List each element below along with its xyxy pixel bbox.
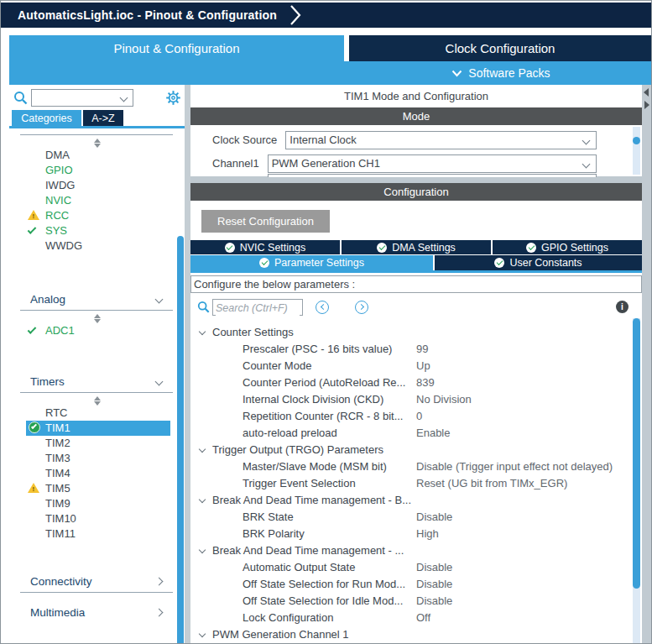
mode-select[interactable]: Internal Clock [285, 131, 597, 149]
section-analog[interactable]: Analog [9, 291, 185, 308]
parameter-value[interactable]: Disable [416, 509, 452, 526]
parameter-row[interactable]: Master/Slave Mode (MSM bit) Disable (Tri… [190, 458, 642, 475]
parameter-row[interactable]: Automatic Output State Disable [190, 559, 642, 576]
gear-icon[interactable] [165, 90, 181, 106]
mode-scrollbar-thumb[interactable] [633, 137, 640, 144]
parameter-value[interactable]: 0 [416, 408, 422, 425]
find-previous-button[interactable] [316, 301, 329, 314]
sidebar-search-combobox[interactable] [31, 89, 133, 107]
tree-item[interactable]: ! GPIO [9, 163, 185, 178]
parameter-row[interactable]: Break And Dead Time management - ... [190, 542, 642, 559]
info-icon[interactable]: i [616, 301, 629, 313]
sort-handle[interactable] [9, 311, 185, 323]
tree-item[interactable]: ! TIM2 [9, 436, 185, 451]
parameter-row[interactable]: Trigger Output (TRGO) Parameters [190, 442, 642, 458]
parameter-search-input[interactable] [216, 301, 300, 316]
parameters-scrollbar[interactable] [633, 318, 640, 643]
tab-parameter-settings[interactable]: Parameter Settings [190, 255, 433, 270]
parameter-value[interactable]: Disable (Trigger input effect not delaye… [416, 458, 613, 475]
tree-item[interactable]: ! TIM1 [26, 421, 170, 436]
parameter-row[interactable]: auto-reload preload Enable [190, 425, 642, 442]
mode-and-configuration-panel: TIM1 Mode and Configuration Mode Clock S… [190, 85, 642, 643]
tree-item[interactable]: ! TIM10 [9, 511, 185, 526]
parameter-row[interactable]: BRK State Disable [190, 509, 642, 526]
tree-item[interactable]: ! TIM5 [9, 481, 185, 496]
parameter-row[interactable]: Counter Settings [190, 324, 642, 341]
parameter-value[interactable]: Reset (UG bit from TIMx_EGR) [416, 475, 567, 492]
sort-handle[interactable] [9, 393, 185, 406]
tree-item[interactable]: ! DMA [9, 148, 185, 163]
sidebar-tabs: Categories A->Z [9, 110, 185, 126]
parameter-value[interactable]: Off [416, 610, 430, 626]
section-connectivity[interactable]: Connectivity [9, 573, 185, 590]
tree-item[interactable]: ! RCC [9, 208, 185, 223]
tab-user-constants[interactable]: User Constants [435, 255, 642, 270]
parameter-value[interactable]: Up [416, 358, 430, 374]
section-timers[interactable]: Timers [9, 374, 185, 390]
software-packs-menu[interactable]: Software Packs [349, 61, 652, 85]
tree-item[interactable]: ! RTC [9, 406, 185, 421]
parameter-value[interactable]: Enable [416, 425, 450, 442]
tree-item[interactable]: ! SYS [9, 223, 185, 238]
search-icon [197, 301, 210, 313]
tab-a-to-z[interactable]: A->Z [83, 110, 123, 126]
parameter-row[interactable]: Prescaler (PSC - 16 bits value) 99 [190, 341, 642, 358]
parameter-row[interactable]: PWM Generation Channel 1 [190, 626, 642, 643]
sort-handle[interactable] [9, 135, 185, 148]
parameters-scrollbar-thumb[interactable] [633, 318, 640, 589]
mode-select-value: PWM Generation CH1 [272, 157, 380, 170]
parameter-row[interactable]: Lock Configuration Off [190, 610, 642, 626]
chevron-down-icon [582, 160, 591, 168]
parameter-value[interactable]: No Division [416, 391, 472, 408]
tree-item[interactable]: ! TIM3 [9, 451, 185, 466]
collapse-right-icon[interactable] [644, 101, 649, 109]
configuration-section-header: Configuration [190, 183, 642, 201]
tree-item[interactable]: ! TIM11 [9, 526, 185, 542]
mode-select[interactable]: PWM Generation CH1 [268, 154, 597, 173]
tab-categories[interactable]: Categories [12, 110, 81, 126]
tree-item[interactable]: ! TIM4 [9, 466, 185, 481]
config-tab[interactable]: DMA Settings [342, 240, 491, 254]
parameter-row[interactable]: Counter Mode Up [190, 358, 642, 374]
parameter-row[interactable]: Off State Selection for Idle Mod... Disa… [190, 593, 642, 610]
parameter-value[interactable]: Disable [416, 559, 452, 576]
parameter-value[interactable]: 99 [416, 341, 428, 358]
find-next-button[interactable] [355, 301, 368, 314]
tree-item[interactable]: ! WWDG [9, 238, 185, 254]
tree-item[interactable]: ! ADC1 [9, 323, 185, 338]
parameter-row[interactable]: Repetition Counter (RCR - 8 bit... 0 [190, 408, 642, 425]
tree-item-label: IWDG [45, 179, 75, 191]
parameter-label: Break And Dead Time management - B... [212, 492, 411, 509]
parameter-row[interactable]: Off State Selection for Run Mod... Disab… [190, 576, 642, 593]
tree-item[interactable]: ! NVIC [9, 193, 185, 208]
section-multimedia[interactable]: Multimedia [9, 605, 185, 621]
parameter-value[interactable]: Disable [416, 576, 452, 593]
chevron-down-icon [155, 378, 164, 386]
mode-scrollbar[interactable] [633, 127, 640, 175]
mode-config-splitter[interactable] [190, 176, 642, 183]
parameter-row[interactable]: Break And Dead Time management - B... [190, 492, 642, 509]
sidebar-scrollbar[interactable] [177, 236, 184, 644]
config-tab[interactable]: NVIC Settings [190, 240, 340, 254]
tab-clock-configuration[interactable]: Clock Configuration [349, 35, 651, 61]
parameter-value[interactable]: 839 [416, 374, 435, 391]
active-tab-underline [190, 270, 642, 273]
tree-item-label: WWDG [45, 239, 82, 252]
parameter-row[interactable]: Internal Clock Division (CKD) No Divisio… [190, 391, 642, 408]
parameter-value[interactable]: Disable [416, 593, 452, 610]
panel-splitter[interactable] [185, 85, 190, 643]
reset-configuration-button[interactable]: Reset Configuration [201, 210, 330, 233]
tree-item[interactable]: ! IWDG [9, 178, 185, 193]
parameter-value[interactable]: High [416, 526, 439, 542]
peripherals-sidebar: Categories A->Z ! [9, 85, 185, 643]
right-collapse-strip[interactable] [642, 85, 651, 643]
collapse-left-icon[interactable] [644, 88, 649, 97]
tree-item[interactable]: ! TIM9 [9, 496, 185, 511]
parameter-label: Off State Selection for Idle Mod... [243, 593, 403, 610]
parameter-row[interactable]: Trigger Event Selection Reset (UG bit fr… [190, 475, 642, 492]
parameter-row[interactable]: BRK Polarity High [190, 526, 642, 542]
parameter-row[interactable]: Counter Period (AutoReload Re... 839 [190, 374, 642, 391]
config-tab[interactable]: GPIO Settings [493, 240, 642, 254]
sidebar-search-input[interactable] [45, 92, 121, 103]
tab-pinout-configuration[interactable]: Pinout & Configuration [9, 35, 344, 61]
